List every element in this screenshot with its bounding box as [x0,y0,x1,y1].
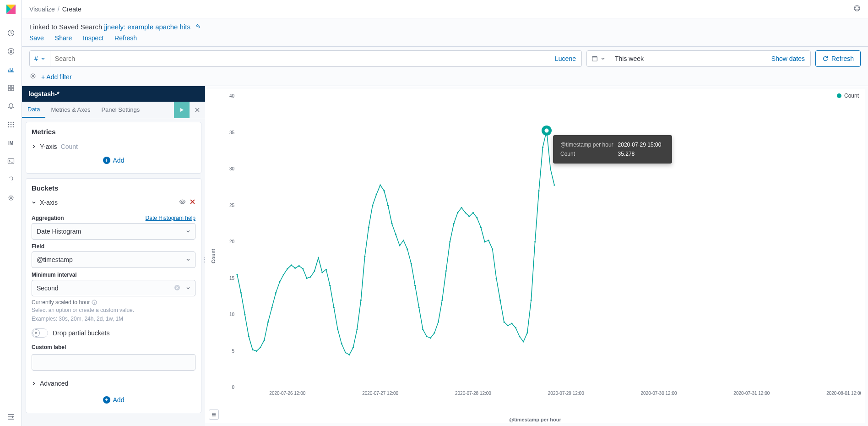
svg-point-71 [345,352,346,353]
linked-search-link[interactable]: jjneely: example apache hits [104,23,190,31]
console-icon[interactable] [0,152,22,170]
tab-panel-settings[interactable]: Panel Settings [96,102,145,118]
search-input[interactable] [50,51,549,66]
clear-interval-icon[interactable] [174,284,180,292]
calendar-button[interactable] [587,51,610,66]
advanced-toggle[interactable]: Advanced [32,377,195,390]
svg-point-15 [8,126,9,128]
discard-changes-button[interactable] [190,102,205,118]
svg-point-47 [252,349,253,350]
svg-text:10: 10 [229,312,235,317]
svg-point-19 [10,197,11,199]
remove-bucket-icon[interactable] [190,199,195,206]
kibana-logo[interactable] [5,4,16,15]
advanced-label: Advanced [40,380,68,387]
tab-data[interactable]: Data [22,102,45,118]
breadcrumb-parent[interactable]: Visualize [29,5,55,13]
svg-text:2020-07-26 12:00: 2020-07-26 12:00 [269,391,305,396]
svg-point-60 [302,268,304,269]
scaled-hint: Currently scaled to hour [32,299,90,306]
chevron-right-icon [32,144,36,149]
svg-point-81 [384,190,385,191]
svg-text:5: 5 [232,349,234,354]
svg-point-111 [499,300,501,301]
field-select[interactable]: @timestamp [32,251,195,268]
svg-point-49 [260,347,261,348]
bucket-xaxis-row[interactable]: X-axis [32,197,195,211]
info-icon[interactable] [92,300,97,305]
settings-icon[interactable] [0,189,22,207]
unlink-icon[interactable] [195,23,201,31]
svg-point-109 [492,248,493,250]
inspect-link[interactable]: Inspect [83,34,103,42]
aggregation-label: Aggregation [32,215,64,221]
legend-toggle-button[interactable] [209,410,219,420]
aggregation-select[interactable]: Date Histogram [32,223,195,240]
query-group: # Lucene [29,50,582,67]
svg-text:20: 20 [229,239,235,244]
chart-svg[interactable]: 05101520253035402020-07-26 12:002020-07-… [223,93,861,400]
query-language-button[interactable]: Lucene [549,55,581,62]
interval-select[interactable]: Second [32,280,195,296]
aggregation-help-link[interactable]: Date Histogram help [146,215,195,221]
save-link[interactable]: Save [29,34,44,42]
svg-point-65 [321,272,323,273]
dashboard-icon[interactable] [0,79,22,97]
add-filter-button[interactable]: + Add filter [41,73,72,81]
refresh-button[interactable]: Refresh [815,50,861,67]
field-value: @timestamp [37,256,73,263]
index-pattern-header[interactable]: logstash-* [22,86,205,102]
visualize-icon[interactable] [0,60,22,79]
field-label: Field [32,243,44,250]
svg-point-63 [314,270,315,272]
close-icon [195,107,200,113]
svg-point-97 [445,270,447,272]
metric-yaxis-row[interactable]: Y-axis Count [32,140,195,153]
interval-value: Second [37,284,58,292]
svg-point-54 [279,281,280,283]
custom-label-input[interactable] [32,354,195,371]
apps-icon[interactable] [0,115,22,134]
svg-point-10 [10,122,11,123]
toggle-visibility-icon[interactable] [179,198,186,207]
add-bucket-button[interactable]: + Add [32,393,195,407]
svg-point-113 [507,325,509,326]
fullscreen-icon[interactable] [853,5,861,13]
svg-point-55 [283,274,284,275]
collapse-nav-icon[interactable] [0,408,22,426]
svg-point-17 [12,126,14,128]
svg-point-57 [291,264,292,266]
share-link[interactable]: Share [55,34,72,42]
drop-partial-switch[interactable]: ✕ [32,328,48,338]
svg-point-128 [545,129,549,133]
recent-icon[interactable] [0,24,22,42]
refresh-link[interactable]: Refresh [114,34,137,42]
svg-point-105 [476,217,477,218]
help-icon[interactable] [0,170,22,189]
tab-metrics-axes[interactable]: Metrics & Axes [45,102,96,118]
add-metric-button[interactable]: + Add [32,153,195,168]
svg-point-102 [465,212,466,213]
saved-query-button[interactable]: # [30,51,50,66]
filter-options-icon[interactable] [29,72,37,81]
apply-changes-button[interactable] [174,102,190,118]
svg-point-61 [306,278,308,279]
chart-area: ⋮ Count Count @timestamp per hour 051015… [205,89,865,423]
svg-point-80 [380,184,381,186]
show-dates-button[interactable]: Show dates [766,55,810,62]
date-picker[interactable]: This week Show dates [586,50,811,67]
resize-handle[interactable]: ⋮ [201,256,208,263]
alerts-icon[interactable] [0,97,22,115]
svg-point-73 [353,347,354,348]
svg-text:15: 15 [229,276,235,281]
svg-point-78 [372,205,373,206]
discover-icon[interactable] [0,42,22,60]
svg-point-112 [503,321,505,322]
svg-point-22 [32,75,34,77]
xaxis-label: X-axis [40,199,58,206]
svg-point-82 [387,205,389,206]
calendar-icon [591,55,598,62]
nav-rail: IM [0,0,22,426]
svg-point-89 [414,285,416,286]
index-mgmt-icon[interactable]: IM [0,134,22,152]
